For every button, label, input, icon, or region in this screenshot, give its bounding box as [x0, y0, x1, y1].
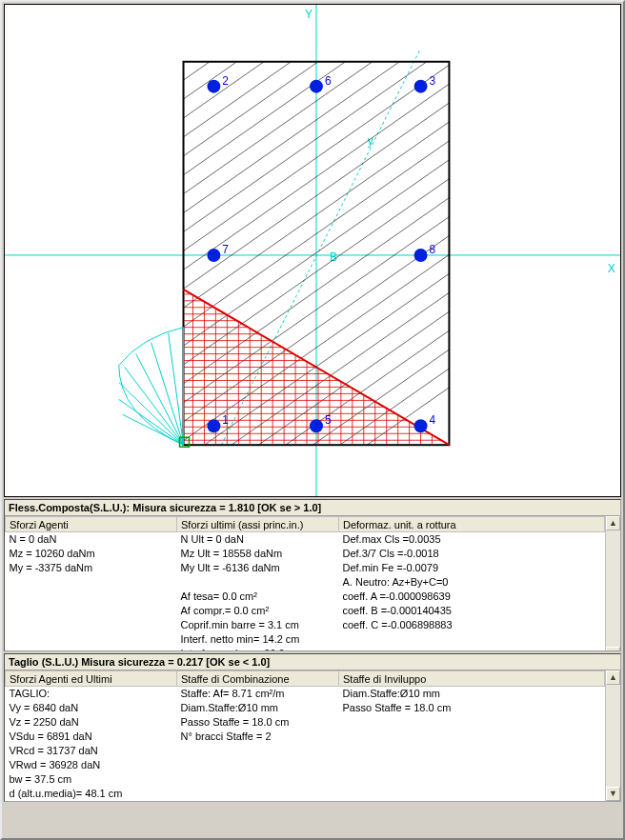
taglio-col2[interactable]: Staffe di Inviluppo [339, 671, 605, 687]
table-cell [6, 632, 177, 647]
table-cell: coeff. A =-0.000098639 [339, 590, 605, 604]
rebar-label-8: 8 [430, 243, 436, 256]
table-row: N = 0 daNN Ult = 0 daNDef.max Cls =0.003… [6, 532, 605, 547]
rebar-label-5: 5 [325, 413, 332, 427]
scroll-down-icon[interactable]: ▼ [606, 647, 620, 652]
table-row: Interf. massimo = 26.0 cm [6, 647, 605, 652]
svg-line-13 [129, 62, 508, 328]
table-cell: Diam.Staffe:Ø10 mm [177, 701, 339, 715]
table-cell: N° bracci Staffe = 2 [177, 730, 339, 744]
flex-scrollbar[interactable]: ▲ ▼ [605, 516, 620, 651]
scroll-down-icon[interactable]: ▼ [606, 787, 620, 801]
flex-table: Sforzi Agenti Sforzi ultimi (assi princ.… [5, 516, 605, 651]
table-row: My = -3375 daNmMy Ult = -6136 daNmDef.mi… [6, 561, 605, 575]
rebar-label-1: 1 [222, 413, 229, 427]
y-axis-label: Y [305, 8, 312, 21]
section-diagram: X Y y B [4, 4, 621, 497]
table-cell: Diam.Staffe:Ø10 mm [339, 687, 605, 701]
table-cell [6, 647, 177, 652]
table-cell: My = -3375 daNm [6, 561, 177, 575]
table-cell [339, 715, 605, 730]
table-cell [177, 772, 339, 787]
taglio-panel-title: Taglio (S.L.U.) Misura sicurezza = 0.217… [5, 654, 620, 670]
yprime-axis [221, 49, 420, 445]
table-cell [339, 772, 605, 787]
table-cell: Coprif.min barre = 3.1 cm [177, 618, 339, 632]
table-cell: Mz = 10260 daNm [6, 547, 177, 561]
stress-fan [119, 328, 184, 446]
table-cell: Passo Staffe = 18.0 cm [177, 715, 339, 730]
rebar-8 [414, 249, 428, 262]
table-cell: VRwd = 36928 daN [6, 758, 177, 772]
table-cell: N = 0 daN [6, 532, 177, 547]
table-cell: Af tesa= 0.0 cm² [177, 590, 339, 604]
flex-panel-title: Fless.Composta(S.L.U.): Misura sicurezza… [5, 500, 620, 516]
svg-line-79 [123, 414, 184, 445]
svg-line-15 [129, 100, 508, 366]
table-cell: VSdu = 6891 daN [6, 730, 177, 744]
rebar-label-7: 7 [222, 243, 229, 256]
table-cell: Af compr.= 0.0 cm² [177, 604, 339, 618]
rebar-4 [414, 419, 428, 432]
svg-line-10 [129, 5, 508, 270]
table-cell [339, 730, 605, 744]
table-cell: bw = 37.5 cm [6, 772, 177, 787]
table-row: Af tesa= 0.0 cm²coeff. A =-0.000098639 [6, 590, 605, 604]
svg-line-9 [129, 5, 508, 251]
table-cell: TAGLIO: [6, 687, 177, 701]
table-row: TAGLIO:Staffe: Af= 8.71 cm²/mDiam.Staffe… [6, 687, 605, 701]
rebar-label-3: 3 [430, 74, 436, 88]
table-cell [6, 590, 177, 604]
scroll-up-icon[interactable]: ▲ [606, 670, 620, 685]
table-cell: coeff. C =-0.006898883 [339, 618, 605, 632]
table-cell: N Ult = 0 daN [177, 532, 339, 547]
table-row: Coprif.min barre = 3.1 cmcoeff. C =-0.00… [6, 618, 605, 632]
table-cell [6, 618, 177, 632]
rebar-label-4: 4 [430, 413, 436, 427]
rebar-2 [207, 80, 220, 93]
table-row: d (alt.u.media)= 48.1 cm [6, 787, 605, 801]
table-row: VRcd = 31737 daN [6, 744, 605, 758]
table-row: A. Neutro: Az+By+C=0 [6, 575, 605, 590]
table-cell: A. Neutro: Az+By+C=0 [339, 575, 605, 590]
table-row: Interf. netto min= 14.2 cm [6, 632, 605, 647]
rebars: 12345678 [207, 74, 435, 433]
svg-line-22 [129, 232, 508, 496]
taglio-col0[interactable]: Sforzi Agenti ed Ultimi [6, 671, 177, 687]
rebar-label-6: 6 [325, 74, 332, 88]
x-axis-label: X [608, 262, 615, 275]
table-cell [177, 787, 339, 801]
rebar-3 [414, 80, 428, 93]
svg-line-80 [119, 399, 184, 445]
flex-col1[interactable]: Sforzi ultimi (assi princ.in.) [177, 517, 339, 532]
rebar-5 [310, 419, 323, 432]
svg-line-3 [129, 5, 508, 137]
flex-col2[interactable]: Deformaz. unit. a rottura [339, 517, 605, 532]
table-cell [177, 744, 339, 758]
table-row: Vz = 2250 daNPasso Staffe = 18.0 cm [6, 715, 605, 730]
table-cell: d (alt.u.media)= 48.1 cm [6, 787, 177, 801]
table-row: VSdu = 6891 daNN° bracci Staffe = 2 [6, 730, 605, 744]
scroll-up-icon[interactable]: ▲ [606, 516, 620, 530]
table-cell [6, 575, 177, 590]
table-cell: Interf. massimo = 26.0 cm [177, 647, 339, 652]
table-cell [339, 647, 605, 652]
taglio-panel: Taglio (S.L.U.) Misura sicurezza = 0.217… [4, 653, 621, 802]
table-cell: Staffe: Af= 8.71 cm²/m [177, 687, 339, 701]
flex-panel: Fless.Composta(S.L.U.): Misura sicurezza… [4, 499, 621, 651]
table-cell: Passo Staffe = 18.0 cm [339, 701, 605, 715]
table-cell: coeff. B =-0.000140435 [339, 604, 605, 618]
table-row: Vy = 6840 daNDiam.Staffe:Ø10 mmPasso Sta… [6, 701, 605, 715]
table-cell: Def.min Fe =-0.0079 [339, 561, 605, 575]
rebar-7 [207, 249, 220, 262]
table-cell [177, 758, 339, 772]
flex-col0[interactable]: Sforzi Agenti [6, 517, 177, 532]
table-cell: Mz Ult = 18558 daNm [177, 547, 339, 561]
taglio-scrollbar[interactable]: ▲ ▼ [605, 670, 620, 801]
taglio-col1[interactable]: Staffe di Combinazione [177, 671, 339, 687]
table-cell [339, 632, 605, 647]
table-cell: My Ult = -6136 daNm [177, 561, 339, 575]
svg-line-14 [129, 81, 508, 347]
table-row: bw = 37.5 cm [6, 772, 605, 787]
table-row: Mz = 10260 daNmMz Ult = 18558 daNmDef.3/… [6, 547, 605, 561]
